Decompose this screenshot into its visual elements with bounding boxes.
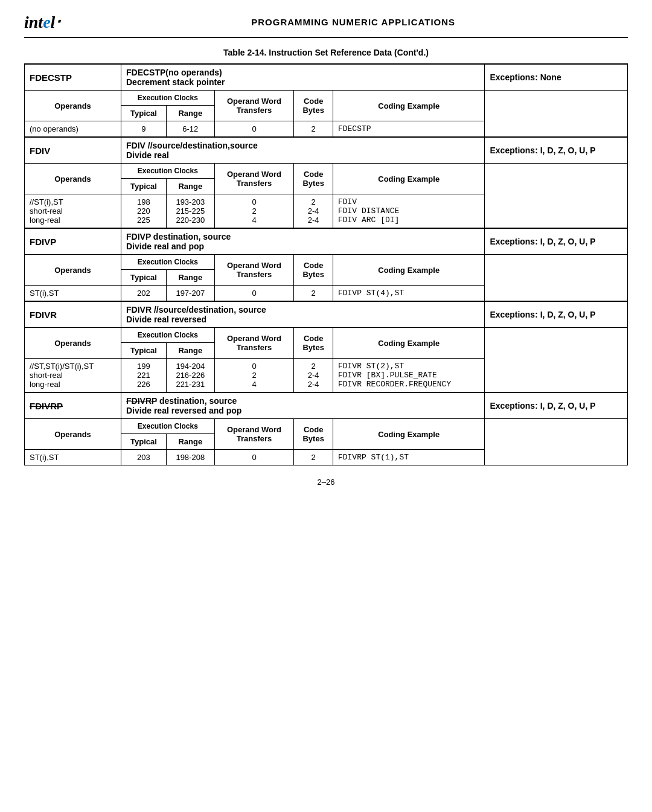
fdivrp-transfers: 0 <box>214 450 294 465</box>
fdivp-exec-clocks-header: Execution Clocks <box>121 255 215 270</box>
fdivr-data-row: //ST,ST(i)/ST(i),ST short-real long-real… <box>25 359 628 393</box>
fdecstp-range: 6-12 <box>166 121 214 138</box>
fdivr-typical: 199221226 <box>121 359 167 393</box>
fdivr-coding: FDIVR ST(2),STFDIVR [BX].PULSE_RATEFDIVR… <box>333 359 485 393</box>
fdivp-desc: FDIVP destination, source Divide real an… <box>121 228 485 255</box>
fdivr-operand-word-header: Operand WordTransfers <box>214 328 294 359</box>
fdivp-operands: ST(i),ST <box>25 286 121 302</box>
fdivp-data-row: ST(i),ST 202 197-207 0 2 FDIVP ST(4),ST <box>25 286 628 302</box>
fdivrp-exec-clocks-header: Execution Clocks <box>121 419 215 434</box>
typical-header: Typical <box>121 106 167 121</box>
fdivr-range: 194-204216-226221-231 <box>166 359 214 393</box>
fdivrp-col-header: Operands Execution Clocks Operand WordTr… <box>25 419 628 434</box>
fdivr-operands-header: Operands <box>25 328 121 359</box>
coding-example-header-3: Coding Example <box>333 328 485 359</box>
fdiv-code-bytes-header: CodeBytes <box>294 164 333 194</box>
page-number: 2–26 <box>318 478 335 487</box>
fdiv-code-bytes: 22-42-4 <box>294 194 333 229</box>
fdivp-operand-word-header: Operand WordTransfers <box>214 255 294 286</box>
fdivp-coding: FDIVP ST(4),ST <box>333 286 485 302</box>
instruction-table: FDECSTP FDECSTP(no operands) Decrement s… <box>24 63 628 465</box>
fdivr-name: FDIVR <box>25 301 121 328</box>
fdivrp-range: 198-208 <box>166 450 214 465</box>
fdivrp-operands: ST(i),ST <box>25 450 121 465</box>
fdiv-operand-word-header: Operand WordTransfers <box>214 164 294 194</box>
table-title: Table 2-14. Instruction Set Reference Da… <box>24 48 628 57</box>
fdivrp-exceptions: Exceptions: I, D, Z, O, U, P <box>485 392 628 419</box>
fdivp-code-bytes-header: CodeBytes <box>294 255 333 286</box>
operand-word-header: Operand WordTransfers <box>214 91 294 121</box>
fdiv-operands: //ST(i),ST short-real long-real <box>25 194 121 229</box>
fdivp-code-bytes: 2 <box>294 286 333 302</box>
coding-example-header-4: Coding Example <box>333 419 485 450</box>
fdivrp-typical-header: Typical <box>121 434 167 450</box>
fdecstp-operands: (no operands) <box>25 121 121 138</box>
page-title: PROGRAMMING NUMERIC APPLICATIONS <box>78 17 628 27</box>
fdivp-typical: 202 <box>121 286 167 302</box>
coding-example-header-1: Coding Example <box>333 164 485 194</box>
fdivp-exceptions: Exceptions: I, D, Z, O, U, P <box>485 228 628 255</box>
fdivr-col-header: Operands Execution Clocks Operand WordTr… <box>25 328 628 343</box>
fdecstp-code-bytes: 2 <box>294 121 333 138</box>
fdivr-header-row: FDIVR FDIVR //source/destination, source… <box>25 301 628 328</box>
page-header: intel‧ PROGRAMMING NUMERIC APPLICATIONS <box>24 12 628 38</box>
fdecstp-col-header: Operands Execution Clocks Operand WordTr… <box>25 91 628 106</box>
fdiv-desc: FDIV //source/destination,source Divide … <box>121 137 485 164</box>
fdiv-range: 193-203215-225220-230 <box>166 194 214 229</box>
fdivr-desc: FDIVR //source/destination, source Divid… <box>121 301 485 328</box>
fdivp-operands-header: Operands <box>25 255 121 286</box>
operands-header: Operands <box>25 91 121 121</box>
fdiv-exceptions: Exceptions: I, D, Z, O, U, P <box>485 137 628 164</box>
fdivp-col-header: Operands Execution Clocks Operand WordTr… <box>25 255 628 270</box>
fdivr-operands: //ST,ST(i)/ST(i),ST short-real long-real <box>25 359 121 393</box>
fdivrp-typical: 203 <box>121 450 167 465</box>
fdivrp-operand-word-header: Operand WordTransfers <box>214 419 294 450</box>
fdivrp-coding: FDIVRP ST(1),ST <box>333 450 485 465</box>
fdiv-typical-header: Typical <box>121 179 167 194</box>
fdivp-header-row: FDIVP FDIVP destination, source Divide r… <box>25 228 628 255</box>
fdivp-range-header: Range <box>166 270 214 286</box>
fdivrp-desc: FDIVRP destination, source Divide real r… <box>121 392 485 419</box>
fdiv-operands-header: Operands <box>25 164 121 194</box>
fdiv-name: FDIV <box>25 137 121 164</box>
code-bytes-header: CodeBytes <box>294 91 333 121</box>
page-footer: 2–26 <box>24 478 628 487</box>
coding-example-header-2: Coding Example <box>333 255 485 286</box>
fdivp-typical-header: Typical <box>121 270 167 286</box>
fdecstp-transfers: 0 <box>214 121 294 138</box>
fdiv-data-row: //ST(i),ST short-real long-real 19822022… <box>25 194 628 229</box>
fdecstp-name: FDECSTP <box>25 64 121 91</box>
fdivr-transfers: 024 <box>214 359 294 393</box>
exec-clocks-header: Execution Clocks <box>121 91 215 106</box>
fdivrp-header-row: FDIVRP FDIVRP destination, source Divide… <box>25 392 628 419</box>
fdivrp-range-header: Range <box>166 434 214 450</box>
fdivrp-operands-header: Operands <box>25 419 121 450</box>
intel-logo: intel‧ <box>24 12 60 32</box>
fdiv-col-header: Operands Execution Clocks Operand WordTr… <box>25 164 628 179</box>
fdecstp-data-row: (no operands) 9 6-12 0 2 FDECSTP <box>25 121 628 138</box>
fdivp-range: 197-207 <box>166 286 214 302</box>
fdivr-exec-clocks-header: Execution Clocks <box>121 328 215 343</box>
range-header: Range <box>166 106 214 121</box>
coding-example-header-0: Coding Example <box>333 91 485 121</box>
fdecstp-typical: 9 <box>121 121 167 138</box>
fdiv-typical: 198220225 <box>121 194 167 229</box>
fdiv-exec-clocks-header: Execution Clocks <box>121 164 215 179</box>
fdivr-exceptions: Exceptions: I, D, Z, O, U, P <box>485 301 628 328</box>
fdivrp-data-row: ST(i),ST 203 198-208 0 2 FDIVRP ST(1),ST <box>25 450 628 465</box>
fdivrp-name: FDIVRP <box>25 392 121 419</box>
fdecstp-desc: FDECSTP(no operands) Decrement stack poi… <box>121 64 485 91</box>
fdecstp-header-row: FDECSTP FDECSTP(no operands) Decrement s… <box>25 64 628 91</box>
fdiv-header-row: FDIV FDIV //source/destination,source Di… <box>25 137 628 164</box>
fdiv-transfers: 024 <box>214 194 294 229</box>
fdiv-coding: FDIVFDIV DISTANCEFDIV ARC [DI] <box>333 194 485 229</box>
fdiv-range-header: Range <box>166 179 214 194</box>
fdecstp-coding: FDECSTP <box>333 121 485 138</box>
fdivp-name: FDIVP <box>25 228 121 255</box>
fdivp-transfers: 0 <box>214 286 294 302</box>
fdivrp-code-bytes-header: CodeBytes <box>294 419 333 450</box>
fdivr-code-bytes: 22-42-4 <box>294 359 333 393</box>
fdecstp-exceptions: Exceptions: None <box>485 64 628 91</box>
fdivrp-code-bytes: 2 <box>294 450 333 465</box>
fdivr-code-bytes-header: CodeBytes <box>294 328 333 359</box>
